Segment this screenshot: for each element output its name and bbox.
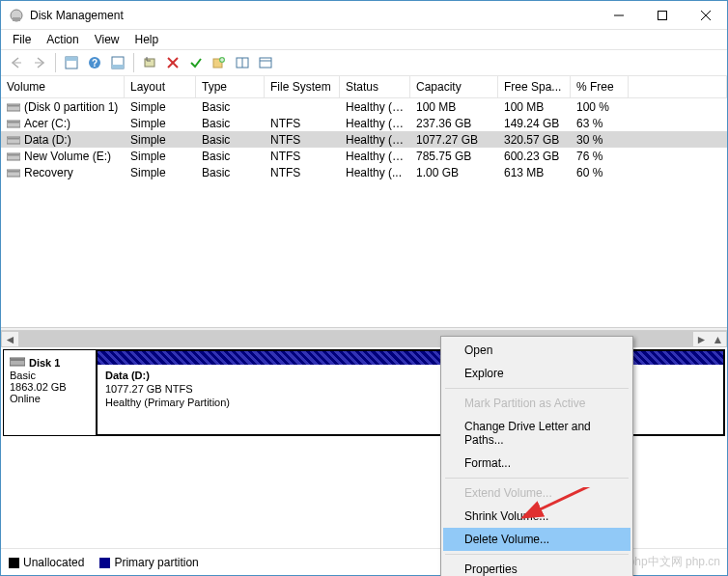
forward-button[interactable] (29, 52, 50, 73)
maximize-button[interactable] (640, 1, 684, 29)
col-type[interactable]: Type (196, 76, 265, 97)
volume-icon (7, 102, 20, 112)
volume-row[interactable]: Data (D:)SimpleBasicNTFSHealthy (P...107… (1, 131, 727, 148)
volume-name: New Volume (E:) (24, 150, 111, 163)
cell-type: Basic (196, 116, 265, 131)
layout-icon[interactable] (232, 52, 253, 73)
refresh-button[interactable] (139, 52, 160, 73)
svg-rect-28 (8, 138, 19, 140)
window-controls (597, 1, 727, 29)
view-top-button[interactable] (61, 52, 82, 73)
volume-name: Data (D:) (24, 133, 71, 147)
col-capacity[interactable]: Capacity (410, 76, 498, 97)
cell-freespace: 149.24 GB (498, 116, 571, 131)
cell-filesystem: NTFS (265, 149, 340, 164)
svg-rect-21 (260, 58, 271, 68)
ctx-shrink-volume[interactable]: Shrink Volume... (443, 505, 630, 528)
ctx-open[interactable]: Open (443, 339, 630, 362)
ctx-properties[interactable]: Properties (443, 558, 630, 576)
close-button[interactable] (684, 1, 727, 29)
col-filesystem[interactable]: File System (265, 76, 340, 97)
col-extra[interactable] (629, 76, 727, 97)
cell-status: Healthy (E... (340, 99, 410, 115)
scroll-left-icon[interactable]: ◄ (2, 332, 18, 346)
checkmark-icon[interactable] (185, 52, 207, 73)
volume-icon (7, 119, 20, 128)
cell-filesystem: NTFS (265, 132, 340, 148)
back-button[interactable] (6, 52, 27, 73)
menu-view[interactable]: View (87, 31, 127, 48)
context-menu: Open Explore Mark Partition as Active Ch… (440, 336, 633, 576)
svg-rect-26 (8, 122, 19, 123)
view-bottom-button[interactable] (107, 52, 128, 73)
svg-text:?: ? (92, 58, 98, 69)
cell-filesystem: NTFS (265, 116, 340, 131)
app-icon (9, 8, 24, 23)
legend-unallocated: Unallocated (9, 556, 84, 569)
volume-list-header: Volume Layout Type File System Status Ca… (1, 76, 727, 98)
cell-type: Basic (196, 165, 265, 180)
delete-icon[interactable] (162, 52, 183, 73)
volume-row[interactable]: New Volume (E:)SimpleBasicNTFSHealthy (P… (1, 148, 727, 164)
toolbar-separator (55, 53, 56, 72)
window-title: Disk Management (30, 9, 597, 22)
svg-rect-3 (658, 11, 666, 19)
menu-file[interactable]: File (5, 31, 39, 48)
volume-row[interactable]: RecoverySimpleBasicNTFSHealthy (...1.00 … (1, 164, 727, 180)
ctx-change-drive-letter[interactable]: Change Drive Letter and Paths... (443, 415, 630, 452)
scroll-right-icon[interactable]: ► (693, 332, 710, 346)
menu-action[interactable]: Action (39, 31, 86, 48)
properties-icon[interactable] (255, 52, 276, 73)
disk-status: Online (10, 393, 90, 404)
disk-type: Basic (10, 370, 90, 381)
ctx-extend-volume[interactable]: Extend Volume... (443, 481, 630, 505)
cell-layout: Simple (125, 165, 196, 180)
ctx-format[interactable]: Format... (443, 452, 630, 475)
legend-primary: Primary partition (99, 556, 198, 569)
cell-capacity: 1077.27 GB (410, 132, 498, 148)
cell-pctfree: 63 % (571, 116, 629, 131)
cell-freespace: 100 MB (498, 99, 571, 115)
ctx-delete-volume[interactable]: Delete Volume... (443, 528, 630, 551)
disk-size: 1863.02 GB (10, 381, 90, 393)
svg-rect-24 (8, 105, 19, 107)
svg-rect-7 (66, 57, 77, 61)
cell-type: Basic (196, 99, 265, 115)
col-volume[interactable]: Volume (1, 76, 125, 97)
svg-rect-30 (8, 154, 19, 156)
col-pctfree[interactable]: % Free (571, 76, 629, 97)
cell-type: Basic (196, 132, 265, 148)
cell-status: Healthy (... (340, 165, 410, 180)
cell-freespace: 600.23 GB (498, 149, 571, 164)
cell-freespace: 320.57 GB (498, 132, 571, 148)
menu-help[interactable]: Help (127, 31, 167, 48)
cell-pctfree: 30 % (571, 132, 629, 148)
cell-pctfree: 100 % (571, 99, 629, 115)
cell-layout: Simple (125, 99, 196, 115)
volume-list[interactable]: Volume Layout Type File System Status Ca… (1, 76, 727, 327)
col-freespace[interactable]: Free Spa... (498, 76, 571, 97)
volume-row[interactable]: Acer (C:)SimpleBasicNTFSHealthy (B...237… (1, 115, 727, 131)
volume-name: Recovery (24, 166, 73, 179)
cell-status: Healthy (P... (340, 132, 410, 148)
volume-row[interactable]: (Disk 0 partition 1)SimpleBasicHealthy (… (1, 98, 727, 115)
col-layout[interactable]: Layout (125, 76, 196, 97)
col-status[interactable]: Status (340, 76, 410, 97)
volume-icon (7, 151, 20, 161)
ctx-explore[interactable]: Explore (443, 362, 630, 385)
minimize-button[interactable] (597, 1, 640, 29)
ctx-mark-partition-active[interactable]: Mark Partition as Active (443, 392, 630, 415)
cell-capacity: 237.36 GB (410, 116, 498, 131)
toolbar-separator (133, 53, 134, 72)
cell-layout: Simple (125, 116, 196, 131)
new-partition-icon[interactable] (209, 52, 230, 73)
cell-capacity: 1.00 GB (410, 165, 498, 180)
help-button[interactable]: ? (84, 52, 105, 73)
disk-icon (10, 356, 25, 370)
cell-status: Healthy (B... (340, 116, 410, 131)
scroll-up-icon[interactable]: ▲ (710, 332, 726, 346)
watermark: php中文网 php.cn (629, 554, 720, 570)
volume-icon (7, 168, 20, 178)
cell-pctfree: 60 % (571, 165, 629, 180)
disk-header[interactable]: Disk 1 Basic 1863.02 GB Online (4, 350, 97, 435)
